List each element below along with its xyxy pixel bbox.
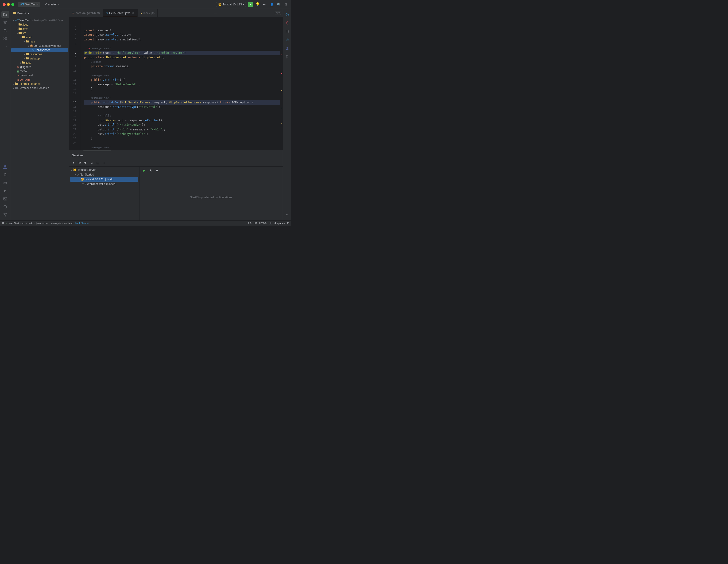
breadcrumb-example[interactable]: example — [51, 222, 61, 225]
tab-pom[interactable]: m pom.xml (WebTest) — [69, 9, 103, 17]
settings-icon-statusbar[interactable]: ⚙ — [2, 221, 4, 225]
profile-icon[interactable]: 👤 — [269, 2, 274, 7]
line-num-25: 25 — [69, 150, 78, 150]
sidebar-icon-git[interactable] — [1, 19, 9, 26]
code-editor[interactable]: 2 3 4 5 6 7 8 9 10 11 12 13 14 15 16 17 — [69, 17, 283, 150]
sidebar-icon-more[interactable]: ⋯ — [1, 43, 9, 50]
tab-close-icon[interactable]: ✕ — [132, 11, 135, 15]
services-eye-icon[interactable]: 👁 — [83, 160, 88, 165]
scroll-mark-error-3 — [281, 108, 282, 108]
tree-item-java[interactable]: ▾ java — [11, 39, 68, 44]
tree-item-main[interactable]: ▾ main — [11, 35, 68, 39]
breadcrumb-helloservlet[interactable]: HelloServlet — [75, 222, 89, 225]
service-war[interactable]: ? ? WebTest:war exploded — [70, 182, 138, 186]
servlet-tab-icon: ⊙ — [106, 12, 108, 15]
tree-item-mvnw-cmd[interactable]: m mvnw.cmd — [11, 73, 68, 78]
breadcrumb-webtest2[interactable]: webtest — [64, 222, 73, 225]
sidebar-icon-git-bottom[interactable] — [1, 211, 9, 218]
branch-selector[interactable]: ⎇ master ▾ — [42, 2, 61, 7]
sidebar-icon-run[interactable] — [1, 187, 9, 194]
project-panel-chevron-icon: ▾ — [28, 12, 29, 15]
service-tomcat-local[interactable]: ▾ 🐱 Tomcat 10.1.23 [local] — [70, 177, 138, 182]
tree-item-webtest[interactable]: ▾ WT WebTest ~/Desktop/CS/JavaEE/1 Java.… — [11, 18, 68, 23]
right-icon-notifications[interactable] — [283, 19, 291, 27]
services-up-icon[interactable]: ↑ — [71, 160, 76, 165]
folder-java-icon — [26, 40, 29, 43]
file-tree[interactable]: ▾ WT WebTest ~/Desktop/CS/JavaEE/1 Java.… — [10, 17, 69, 220]
tree-item-mvn[interactable]: ▸ .mvn — [11, 27, 68, 31]
sidebar-icon-plugins[interactable] — [1, 35, 9, 42]
horizontal-scrollbar[interactable] — [83, 150, 111, 151]
settings-icon[interactable]: ⚙ — [283, 2, 288, 7]
tree-item-src[interactable]: ▾ src — [11, 31, 68, 35]
sidebar-icon-project[interactable] — [1, 11, 9, 18]
services-collapse-icon[interactable]: ⊟ — [95, 160, 101, 165]
tree-item-pom[interactable]: m pom.xml — [11, 78, 68, 82]
minimize-button[interactable] — [7, 3, 10, 6]
tree-item-package[interactable]: ▾ 📦 com.example.webtest — [11, 44, 68, 48]
service-tomcat-server[interactable]: ▾ 🐱 Tomcat Server — [70, 167, 138, 172]
package-icon: 📦 — [30, 44, 33, 47]
cursor-position[interactable]: 7:9 — [248, 222, 252, 225]
encoding[interactable]: UTF-8 — [259, 222, 267, 225]
breadcrumb-main[interactable]: main — [28, 222, 33, 225]
more-button[interactable]: ⋯ — [262, 2, 267, 7]
breadcrumb-webtest[interactable]: WebTest — [9, 222, 19, 225]
tree-item-webapp[interactable]: ▸ webapp — [11, 56, 68, 61]
right-icon-letter-m[interactable]: m — [283, 211, 291, 218]
right-icon-db[interactable] — [283, 28, 291, 35]
tree-item-resources[interactable]: ▸ resources — [11, 52, 68, 56]
expand-icon-statusbar[interactable]: ⊡ — [287, 221, 289, 225]
line-ending[interactable]: LF — [254, 222, 257, 225]
hint-9-usages: 2 usages — [91, 60, 101, 64]
sidebar-icon-terminal[interactable] — [1, 195, 9, 202]
tree-item-external-libs[interactable]: ▸ External Libraries — [11, 82, 68, 86]
bulb-icon[interactable]: 💡 — [255, 2, 260, 7]
sidebar-icon-services[interactable] — [1, 179, 9, 186]
right-icon-avatar[interactable] — [283, 45, 291, 52]
right-icon-copilot[interactable] — [283, 36, 291, 44]
tab-indexjsp[interactable]: ● index.jsp — [138, 9, 158, 17]
tree-item-mvnw[interactable]: ▣ mvnw — [11, 69, 68, 73]
stop-selected-icon[interactable]: ■ — [155, 168, 160, 173]
indent[interactable]: 4 spaces — [275, 222, 285, 225]
debug-selected-icon[interactable]: ★ — [148, 168, 153, 173]
tree-item-idea[interactable]: ▸ .idea — [11, 23, 68, 27]
code-line-2 — [84, 24, 280, 28]
project-panel-header[interactable]: Project ▾ — [10, 9, 69, 17]
sidebar-icon-avatar[interactable] — [1, 163, 9, 171]
gitignore-icon: ⊘ — [17, 66, 19, 69]
svg-rect-1 — [5, 14, 7, 16]
tree-item-helloservlet[interactable]: ⊙ HelloServlet — [11, 48, 68, 52]
scroll-track[interactable] — [280, 17, 283, 150]
search-icon[interactable]: 🔍 — [276, 2, 281, 7]
sidebar-icon-notifications[interactable] — [1, 171, 9, 178]
run-config-selector[interactable]: 🐱 Tomcat 10.1.23 ▾ — [216, 2, 246, 7]
right-icon-ai[interactable]: AI — [283, 11, 291, 18]
chevron-down-icon-package: ▾ — [28, 45, 29, 47]
services-refresh-icon[interactable]: ↻ — [77, 160, 82, 165]
tab-more-button[interactable]: ⋯ — [212, 9, 219, 17]
tree-item-gitignore[interactable]: ⊘ .gitignore — [11, 65, 68, 69]
right-icon-bookmarks[interactable] — [283, 53, 291, 61]
service-not-started[interactable]: ▾ ⊙ Not Started — [70, 172, 138, 177]
sidebar-icon-problems[interactable]: ! — [1, 203, 9, 210]
tab-helloservlet[interactable]: ⊙ HelloServlet.java ✕ — [103, 9, 138, 17]
titlebar-right: 🐱 Tomcat 10.1.23 ▾ ▶ 💡 ⋯ 👤 🔍 ⚙ — [216, 2, 288, 7]
vim-icon-statusbar[interactable]: V — [6, 222, 7, 225]
breadcrumb-java[interactable]: java — [36, 222, 41, 225]
sidebar-icon-find[interactable] — [1, 27, 9, 34]
breadcrumb-com[interactable]: com — [43, 222, 48, 225]
svg-point-22 — [6, 213, 7, 214]
services-filter-icon[interactable]: ▽ — [89, 160, 94, 165]
services-add-icon[interactable]: + — [101, 160, 107, 165]
tree-item-scratches[interactable]: ▸ Scratches and Consoles — [11, 86, 68, 90]
run-selected-icon[interactable]: ▶ — [141, 168, 147, 173]
run-button[interactable]: ▶ — [248, 2, 253, 7]
project-selector[interactable]: WT WebTest ▾ — [18, 2, 40, 7]
breadcrumb-src[interactable]: src — [22, 222, 25, 225]
maximize-button[interactable] — [11, 3, 14, 6]
close-button[interactable] — [3, 3, 6, 6]
services-tree: ▾ 🐱 Tomcat Server ▾ ⊙ Not Started ▾ — [69, 167, 139, 220]
tree-item-test[interactable]: ▸ test — [11, 61, 68, 65]
